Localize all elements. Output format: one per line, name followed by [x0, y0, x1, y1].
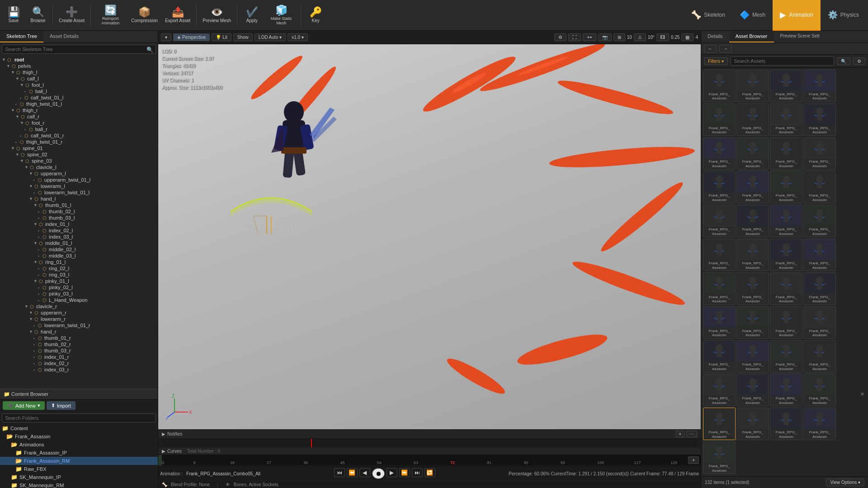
tree-item-spine_03[interactable]: ▼⬡ spine_03 [0, 158, 158, 164]
asset-thumb-36[interactable]: Frank_RPG_ Assassin [703, 374, 736, 406]
asset-thumb-23[interactable]: Frank_RPG_ Assassin [803, 239, 836, 271]
tree-item-spine_02[interactable]: ▼⬡ spine_02 [0, 151, 158, 158]
next-key-button[interactable]: ▶ [387, 468, 397, 477]
loop-button[interactable]: 🔁 [425, 468, 435, 477]
tree-item-calf_twist_01_r[interactable]: •⬡ calf_twist_01_r [0, 132, 158, 139]
compression-button[interactable]: 📦 Compression [128, 2, 161, 29]
tree-item-thumb_02_r[interactable]: •⬡ thumb_02_r [0, 341, 158, 347]
camera-settings-button[interactable]: ⚙ [554, 33, 566, 41]
jump-end-button[interactable]: ⏭ [412, 468, 423, 477]
viewport-menu-button[interactable]: ▾ [161, 33, 171, 41]
asset-thumb-43[interactable]: Frank_RPG_ Assassin [803, 408, 836, 440]
search-folders-input[interactable] [2, 413, 156, 422]
tree-item-index_01_r[interactable]: •⬡ index_01_r [0, 354, 158, 360]
key-button[interactable]: 🔑 Key [304, 2, 327, 29]
asset-thumb-10[interactable]: Frank_RPG_ Assassin [770, 137, 802, 170]
reimport-button[interactable]: 🔄 Reimport Animation [94, 2, 127, 29]
search-assets-input[interactable] [731, 56, 834, 66]
tree-item-calf_l[interactable]: ▼⬡ calf_l [0, 75, 158, 82]
asset-thumb-12[interactable]: Frank_RPG_ Assassin [703, 171, 736, 203]
folder-sk-mannequin-ip[interactable]: 📁 SK_Mannequin_IP [0, 473, 158, 481]
settings-assets-button[interactable]: ⚙ [853, 57, 865, 65]
tree-item-thumb_01_r[interactable]: •⬡ thumb_01_r [0, 335, 158, 341]
tree-item-thigh_twist_01_r[interactable]: •⬡ thigh_twist_01_r [0, 139, 158, 145]
asset-thumb-37[interactable]: Frank_RPG_ Assassin [736, 374, 769, 406]
asset-thumb-20[interactable]: Frank_RPG_ Assassin [703, 239, 736, 271]
asset-thumb-0[interactable]: Frank_RPG_ Assassin [703, 70, 736, 102]
grid-button[interactable]: ▦ [681, 33, 693, 41]
tree-item-thumb_01_l[interactable]: ▼⬡ thumb_01_l [0, 202, 158, 208]
tab-skeleton[interactable]: 🦴 Skeleton [684, 0, 732, 31]
tree-item-middle_01_l[interactable]: ▼⬡ middle_01_l [0, 240, 158, 246]
tree-item-pinky_01_l[interactable]: ▼⬡ pinky_01_l [0, 278, 158, 284]
perspective-button[interactable]: ◈ Perspective [173, 33, 210, 41]
lit-button[interactable]: 💡 Lit [212, 33, 231, 41]
tab-asset-browser[interactable]: Asset Browser [729, 31, 774, 42]
folder-frank-assassin-ip[interactable]: 📁 Frank_Assassin_IP [0, 449, 158, 457]
asset-thumb-5[interactable]: Frank_RPG_ Assassin [736, 103, 769, 136]
tree-item-thigh_l[interactable]: ▼⬡ thigh_l [0, 69, 158, 75]
maximize-button[interactable]: ⛶ [568, 33, 581, 41]
step-forward-button[interactable]: ⏩ [399, 468, 410, 477]
asset-thumb-29[interactable]: Frank_RPG_ Assassin [736, 306, 769, 339]
folder-raw-fbx[interactable]: 📁 Raw_FBX [0, 465, 158, 473]
tree-item-upperarm_twist_01_l[interactable]: •⬡ upperarm_twist_01_l [0, 177, 158, 183]
tree-item-root[interactable]: ▼⬡ root [0, 56, 158, 63]
tab-mesh[interactable]: 🔷 Mesh [732, 0, 773, 31]
notify-options-button[interactable]: ⋯ [686, 431, 697, 437]
asset-thumb-2[interactable]: Frank_RPG_ Assassin [770, 70, 802, 102]
asset-thumb-22[interactable]: Frank_RPG_ Assassin [770, 239, 802, 271]
play-button[interactable]: ⏺ [372, 468, 385, 479]
search-skeleton-input[interactable] [2, 45, 156, 54]
prev-key-button[interactable]: ◀ [359, 468, 370, 477]
tree-item-clavicle_r[interactable]: ▼⬡ clavicle_r [0, 303, 158, 310]
asset-thumb-13[interactable]: Frank_RPG_ Assassin [736, 171, 769, 203]
camera-fov-button[interactable]: 🎞 [656, 33, 669, 41]
save-button[interactable]: 💾 Save [2, 2, 25, 29]
asset-thumb-28[interactable]: Frank_RPG_ Assassin [703, 306, 736, 339]
asset-thumb-1[interactable]: Frank_RPG_ Assassin [736, 70, 769, 102]
vr-button[interactable]: 👓 [583, 33, 596, 41]
scale-button[interactable]: x1.0 ▾ [288, 33, 308, 41]
asset-thumb-6[interactable]: Frank_RPG_ Assassin [770, 103, 802, 136]
asset-thumb-35[interactable]: Frank_RPG_ Assassin [803, 340, 836, 373]
tree-item-thumb_03_r[interactable]: •⬡ thumb_03_r [0, 347, 158, 354]
asset-thumb-16[interactable]: Frank_RPG_ Assassin [703, 205, 736, 237]
step-back-button[interactable]: ⏪ [347, 468, 358, 477]
tree-item-index_02_r[interactable]: •⬡ index_02_r [0, 360, 158, 366]
folder-animations[interactable]: 📂 Animations [0, 441, 158, 449]
tree-item-lowerarm_l[interactable]: ▼⬡ lowerarm_l [0, 183, 158, 189]
asset-thumb-31[interactable]: Frank_RPG_ Assassin [803, 306, 836, 339]
make-static-mesh-button[interactable]: 🧊 Make Static Mesh [264, 2, 298, 29]
asset-thumb-3[interactable]: Frank_RPG_ Assassin [803, 70, 836, 102]
tree-item-hand_r[interactable]: ▼⬡ hand_r [0, 328, 158, 335]
tree-item-foot_l[interactable]: ▼⬡ foot_l [0, 82, 158, 88]
asset-thumb-33[interactable]: Frank_RPG_ Assassin [736, 340, 769, 373]
asset-thumb-15[interactable]: Frank_RPG_ Assassin [803, 171, 836, 203]
asset-thumb-44[interactable]: Frank_RPG_ Assassin [703, 441, 736, 474]
tree-item-pinky_02_l[interactable]: •⬡ pinky_02_l [0, 284, 158, 291]
lod-auto-button[interactable]: LOD Auto ▾ [255, 33, 286, 41]
tree-item-foot_r[interactable]: ▼⬡ foot_r [0, 120, 158, 126]
create-asset-button[interactable]: ➕ Create Asset [56, 2, 88, 29]
tree-item-calf_twist_01_l[interactable]: •⬡ calf_twist_01_l [0, 94, 158, 101]
tree-item-upperarm_l[interactable]: ▼⬡ upperarm_l [0, 170, 158, 177]
folder-content[interactable]: 📁 Content [0, 424, 158, 432]
tab-animation[interactable]: ▶ Animation [773, 0, 820, 31]
add-frame-button[interactable]: + [688, 456, 699, 464]
tree-item-ring_02_l[interactable]: •⬡ ring_02_l [0, 265, 158, 272]
tree-item-clavicle_l[interactable]: ▼⬡ clavicle_l [0, 164, 158, 170]
asset-thumb-14[interactable]: Frank_RPG_ Assassin [770, 171, 802, 203]
tree-item-index_03_l[interactable]: •⬡ index_03_l [0, 234, 158, 240]
asset-thumb-38[interactable]: Frank_RPG_ Assassin [770, 374, 802, 406]
history-back-button[interactable]: ← [704, 45, 717, 52]
asset-thumb-4[interactable]: Frank_RPG_ Assassin [703, 103, 736, 136]
asset-thumb-18[interactable]: Frank_RPG_ Assassin [770, 205, 802, 237]
tree-item-upperarm_r[interactable]: ▼⬡ upperarm_r [0, 310, 158, 316]
tree-item-ring_03_l[interactable]: •⬡ ring_03_l [0, 272, 158, 278]
tree-item-thigh_twist_01_l[interactable]: •⬡ thigh_twist_01_l [0, 101, 158, 107]
search-assets-button[interactable]: 🔍 [837, 57, 850, 65]
tree-item-lowerarm_r[interactable]: ▼⬡ lowerarm_r [0, 316, 158, 322]
asset-thumb-9[interactable]: Frank_RPG_ Assassin [736, 137, 769, 170]
asset-thumb-34[interactable]: Frank_RPG_ Assassin [770, 340, 802, 373]
